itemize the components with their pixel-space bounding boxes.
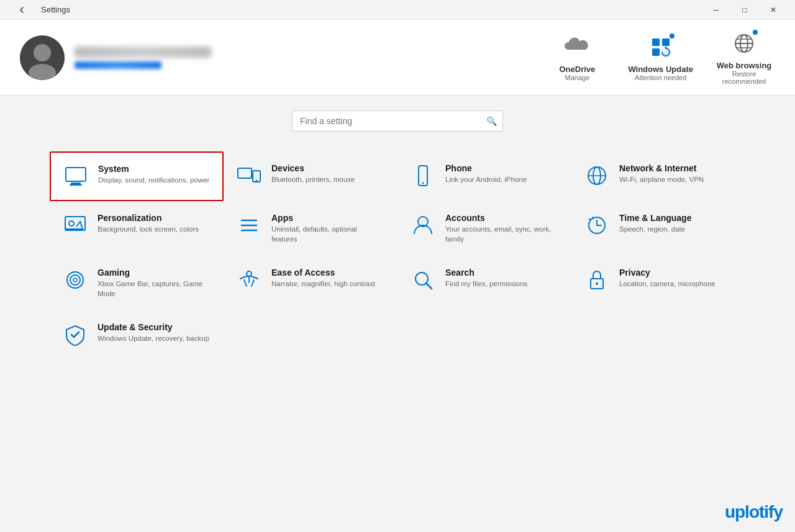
service-web-browsing[interactable]: Web browsing Restore recommended — [713, 30, 775, 85]
settings-item-privacy[interactable]: Privacy Location, camera, microphone — [571, 256, 745, 310]
phone-subtitle: Link your Android, iPhone — [445, 174, 527, 184]
user-name — [75, 47, 211, 58]
minimize-button[interactable]: ─ — [702, 0, 730, 20]
user-info — [20, 35, 531, 80]
apps-icon — [237, 213, 261, 238]
title-bar-left: Settings — [7, 0, 70, 20]
svg-point-35 — [73, 278, 77, 282]
privacy-title: Privacy — [619, 268, 716, 277]
windows-update-subtitle: Attention needed — [635, 74, 686, 81]
user-email — [75, 61, 161, 69]
gaming-text: Gaming Xbox Game Bar, captures, Game Mod… — [98, 268, 211, 299]
window-title: Settings — [41, 5, 70, 14]
privacy-text: Privacy Location, camera, microphone — [619, 268, 716, 289]
onedrive-icon-wrap — [563, 34, 591, 61]
time-language-text: Time & Language Speech, region, date — [619, 213, 691, 234]
web-browsing-badge — [752, 29, 759, 36]
svg-rect-4 — [662, 38, 670, 46]
service-windows-update[interactable]: Windows Update Attention needed — [628, 34, 693, 81]
devices-text: Devices Bluetooth, printers, mouse — [271, 163, 355, 184]
back-button[interactable] — [7, 0, 36, 20]
search-title: Search — [445, 268, 527, 277]
privacy-icon — [584, 268, 609, 292]
settings-item-system[interactable]: System Display, sound, notifications, po… — [50, 151, 224, 201]
settings-item-network[interactable]: Network & Internet Wi-Fi, airplane mode,… — [571, 151, 745, 201]
settings-grid: System Display, sound, notifications, po… — [50, 151, 745, 359]
windows-update-icon-wrap — [647, 34, 675, 61]
devices-icon — [237, 163, 261, 188]
accounts-text: Accounts Your accounts, email, sync, wor… — [445, 213, 558, 244]
svg-point-1 — [34, 44, 51, 61]
settings-item-time-language[interactable]: Time & Language Speech, region, date — [571, 201, 745, 256]
update-security-subtitle: Windows Update, recovery, backup — [98, 333, 209, 343]
settings-item-update-security[interactable]: Update & Security Windows Update, recove… — [50, 310, 224, 359]
header: OneDrive Manage Windows Update Attent — [0, 20, 795, 96]
apps-title: Apps — [271, 213, 384, 223]
search-text: Search Find my files, permissions — [445, 268, 527, 289]
title-bar-controls: ─ □ ✕ — [702, 0, 788, 20]
settings-item-accounts[interactable]: Accounts Your accounts, email, sync, wor… — [398, 201, 571, 256]
ease-of-access-title: Ease of Access — [271, 268, 375, 277]
settings-item-gaming[interactable]: Gaming Xbox Game Bar, captures, Game Mod… — [50, 256, 224, 310]
svg-point-34 — [70, 275, 80, 285]
settings-item-personalization[interactable]: Personalization Background, lock screen,… — [50, 201, 224, 256]
settings-item-ease-of-access[interactable]: Ease of Access Narrator, magnifier, high… — [224, 256, 398, 310]
svg-point-37 — [416, 273, 428, 285]
system-title: System — [98, 164, 209, 174]
onedrive-subtitle: Manage — [565, 74, 590, 81]
search-bar: 🔍 — [50, 110, 745, 132]
svg-point-20 — [422, 183, 424, 184]
phone-icon — [411, 163, 435, 188]
close-button[interactable]: ✕ — [759, 0, 788, 20]
service-onedrive[interactable]: OneDrive Manage — [546, 34, 608, 81]
devices-subtitle: Bluetooth, printers, mouse — [271, 174, 355, 184]
settings-item-phone[interactable]: Phone Link your Android, iPhone — [398, 151, 571, 201]
windows-update-title: Windows Update — [628, 65, 693, 74]
svg-point-33 — [67, 272, 83, 288]
search-input[interactable] — [292, 110, 503, 132]
maximize-button[interactable]: □ — [730, 0, 759, 20]
svg-rect-3 — [652, 38, 660, 46]
network-subtitle: Wi-Fi, airplane mode, VPN — [619, 174, 704, 184]
svg-rect-13 — [66, 168, 86, 181]
gaming-subtitle: Xbox Game Bar, captures, Game Mode — [98, 279, 211, 299]
avatar — [20, 35, 65, 80]
gaming-icon — [63, 268, 88, 292]
privacy-subtitle: Location, camera, microphone — [619, 279, 716, 289]
system-text: System Display, sound, notifications, po… — [98, 164, 209, 185]
svg-point-36 — [247, 271, 252, 276]
gaming-title: Gaming — [98, 268, 211, 277]
settings-item-search[interactable]: Search Find my files, permissions — [398, 256, 571, 310]
apps-subtitle: Uninstall, defaults, optional features — [271, 224, 384, 244]
accounts-icon — [411, 213, 435, 238]
personalization-icon — [63, 213, 88, 238]
search-subtitle: Find my files, permissions — [445, 279, 527, 289]
svg-point-25 — [69, 221, 74, 226]
svg-rect-16 — [238, 168, 252, 178]
system-subtitle: Display, sound, notifications, power — [98, 175, 209, 185]
system-icon — [63, 164, 88, 189]
search-icon — [411, 268, 435, 292]
ease-of-access-text: Ease of Access Narrator, magnifier, high… — [271, 268, 375, 289]
network-icon — [584, 163, 609, 188]
onedrive-title: OneDrive — [559, 65, 595, 74]
apps-text: Apps Uninstall, defaults, optional featu… — [271, 213, 384, 244]
update-security-title: Update & Security — [98, 322, 209, 332]
accounts-title: Accounts — [445, 213, 558, 223]
time-language-icon — [584, 213, 609, 238]
web-browsing-icon-wrap — [730, 30, 758, 57]
title-bar: Settings ─ □ ✕ — [0, 0, 795, 20]
svg-point-18 — [256, 180, 258, 182]
network-title: Network & Internet — [619, 163, 704, 173]
settings-item-apps[interactable]: Apps Uninstall, defaults, optional featu… — [224, 201, 398, 256]
user-text — [75, 47, 211, 69]
svg-rect-5 — [652, 48, 660, 56]
web-browsing-title: Web browsing — [717, 61, 772, 70]
personalization-text: Personalization Background, lock screen,… — [98, 213, 199, 234]
settings-item-devices[interactable]: Devices Bluetooth, printers, mouse — [224, 151, 398, 201]
ease-of-access-icon — [237, 268, 261, 292]
phone-text: Phone Link your Android, iPhone — [445, 163, 527, 184]
time-language-subtitle: Speech, region, date — [619, 224, 691, 234]
time-language-title: Time & Language — [619, 213, 691, 223]
accounts-subtitle: Your accounts, email, sync, work, family — [445, 224, 558, 244]
